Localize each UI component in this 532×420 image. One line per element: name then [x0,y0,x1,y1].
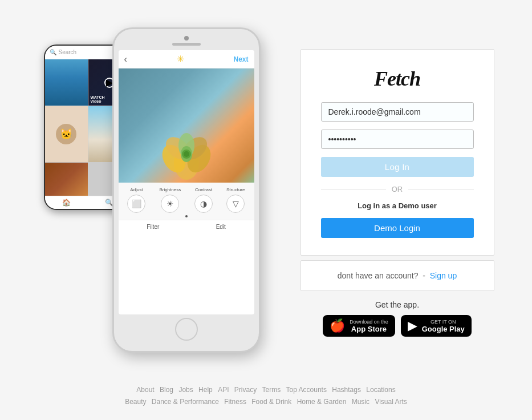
login-box: Fetch Log In OR Log in as a Demo user De… [300,49,494,256]
signup-link[interactable]: Sign up [430,271,457,280]
login-button[interactable]: Log In [321,157,474,177]
footer-home[interactable]: Home & Garden [297,398,347,406]
ocean-image [45,59,88,105]
footer-locations[interactable]: Locations [366,386,395,394]
structure-icon: ▽ [226,195,245,213]
home-icon: 🏠 [62,199,71,207]
app-store-small: Download on the [350,319,388,325]
app-badges: 🍎 Download on the App Store ▶ GET IT ON … [300,315,494,337]
cat-image: 🐱 [45,106,88,162]
adjust-tool[interactable]: Adjust ⬜ [127,187,145,213]
cat-avatar: 🐱 [55,123,78,146]
phone-camera [184,36,189,41]
demo-title: Log in as a Demo user [358,201,437,210]
food-image [45,163,88,196]
phone-white-screen: ‹ ✳ Next [119,50,254,314]
footer-music[interactable]: Music [352,398,369,406]
footer-links: About Blog Jobs Help API Privacy Terms T… [11,384,521,409]
phone-header: ‹ ✳ Next [119,50,254,68]
footer: About Blog Jobs Help API Privacy Terms T… [0,375,532,420]
footer-blog[interactable]: Blog [160,386,173,394]
adjust-icon: ⬜ [127,195,145,213]
google-play-small: GET IT ON [422,319,465,325]
google-play-badge[interactable]: ▶ GET IT ON Google Play [401,315,472,337]
footer-hashtags[interactable]: Hashtags [332,386,361,394]
tools-row: Adjust ⬜ Brightness ☀ Contrast ◑ Struc [121,187,252,213]
filter-tab[interactable]: Filter [147,224,159,230]
footer-dance[interactable]: Dance & Performance [152,398,219,406]
signup-box: dont have an account? - Sign up [300,260,494,291]
search-icon: 🔍 [50,49,56,55]
structure-label: Structure [226,187,245,192]
sun-icon: ✳ [177,54,184,64]
phone-speaker [172,43,201,46]
edit-tab[interactable]: Edit [216,224,226,230]
phone-tabs: Filter Edit [119,220,254,233]
login-panel: Fetch Log In OR Log in as a Demo user De… [300,49,494,337]
contrast-icon: ◑ [194,195,213,213]
or-divider: OR [321,185,474,193]
apple-icon: 🍎 [330,318,345,333]
app-store-large: App Store [350,325,388,333]
main-content: 🔍 Search ▶ WATCHVideo 🐱 🏠 [0,0,532,375]
brightness-icon: ☀ [161,195,179,213]
email-input[interactable] [321,102,474,122]
brightness-label: Brightness [159,187,181,192]
back-arrow-icon[interactable]: ‹ [124,54,127,64]
google-play-text: GET IT ON Google Play [422,319,465,333]
phone-photo [119,68,254,183]
password-input[interactable] [321,130,474,149]
or-label: OR [392,185,403,193]
footer-jobs[interactable]: Jobs [178,386,193,394]
brightness-tool[interactable]: Brightness ☀ [159,187,181,213]
or-line-right [408,189,473,189]
footer-nav-links: About Blog Jobs Help API Privacy Terms T… [11,384,521,397]
google-play-large: Google Play [422,325,465,333]
phone-home-button[interactable] [175,318,198,341]
phone-tools: Adjust ⬜ Brightness ☀ Contrast ◑ Struc [119,183,254,220]
phones-area: 🔍 Search ▶ WATCHVideo 🐱 🏠 [38,27,278,358]
get-app-section: Get the app. 🍎 Download on the App Store… [300,300,494,337]
footer-about[interactable]: About [136,386,154,394]
footer-arts[interactable]: Visual Arts [375,398,407,406]
app-logo: Fetch [374,67,420,91]
phone-white: ‹ ✳ Next [112,27,261,353]
footer-top-accounts[interactable]: Top Accounts [286,386,327,394]
structure-tool[interactable]: Structure ▽ [226,187,245,213]
adjust-label: Adjust [130,187,143,192]
app-store-text: Download on the App Store [350,319,388,333]
footer-categories: Beauty Dance & Performance Fitness Food … [11,396,521,409]
contrast-label: Contrast [195,187,212,192]
tool-dot-indicator [185,215,188,217]
get-app-title: Get the app. [300,300,494,309]
footer-food[interactable]: Food & Drink [251,398,291,406]
app-store-badge[interactable]: 🍎 Download on the App Store [323,315,395,337]
watch-label: WATCHVideo [91,95,105,103]
footer-beauty[interactable]: Beauty [125,398,146,406]
footer-terms[interactable]: Terms [262,386,281,394]
or-line-left [321,189,386,189]
footer-api[interactable]: API [218,386,229,394]
next-button[interactable]: Next [233,55,248,63]
footer-help[interactable]: Help [198,386,213,394]
no-account-text: dont have an account? [338,271,419,280]
svg-point-8 [184,151,189,157]
demo-login-button[interactable]: Demo Login [321,218,474,238]
search-text: Search [59,49,77,55]
contrast-tool[interactable]: Contrast ◑ [194,187,213,213]
footer-fitness[interactable]: Fitness [224,398,246,406]
footer-privacy[interactable]: Privacy [234,386,257,394]
google-play-icon: ▶ [408,318,417,333]
